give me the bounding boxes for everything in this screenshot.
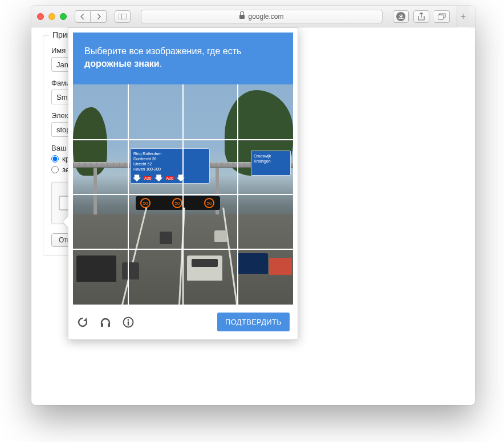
svg-rect-8 xyxy=(128,321,129,325)
sidebar-toggle-button[interactable] xyxy=(115,10,131,23)
close-window-button[interactable] xyxy=(37,13,44,20)
maximize-window-button[interactable] xyxy=(60,13,67,20)
back-button[interactable] xyxy=(75,10,91,23)
captcha-image-grid: Ring Rotterdam Dordrecht 26 Utrecht 52 H… xyxy=(73,84,293,305)
captcha-tile-7[interactable] xyxy=(183,140,238,195)
tabs-icon xyxy=(438,13,446,20)
svg-point-7 xyxy=(128,319,129,321)
captcha-tile-16[interactable] xyxy=(238,250,294,305)
browser-window: google.com + Пример формы с ReCAPTCHA Им… xyxy=(31,6,475,405)
captcha-tile-3[interactable] xyxy=(183,84,238,140)
captcha-instruction: Выберите все изображения, где есть дорож… xyxy=(73,33,293,84)
info-icon xyxy=(122,316,135,329)
refresh-icon xyxy=(76,316,89,329)
captcha-footer-icons xyxy=(76,316,135,329)
downloads-button[interactable] xyxy=(393,10,409,23)
svg-rect-4 xyxy=(101,323,103,327)
share-icon xyxy=(418,13,425,21)
captcha-tile-12[interactable] xyxy=(238,194,294,250)
headphones-icon xyxy=(99,316,112,329)
captcha-cells xyxy=(73,84,293,305)
captcha-speech-arrow xyxy=(63,216,68,228)
captcha-target-text: дорожные знаки xyxy=(84,59,160,68)
audio-challenge-button[interactable] xyxy=(99,316,112,329)
reload-challenge-button[interactable] xyxy=(76,316,89,329)
captcha-tile-9[interactable] xyxy=(73,194,128,250)
share-button[interactable] xyxy=(413,10,429,23)
radio-red[interactable] xyxy=(51,155,59,163)
captcha-footer: ПОДТВЕРДИТЬ xyxy=(73,305,293,335)
captcha-tile-11[interactable] xyxy=(183,194,238,250)
captcha-tile-15[interactable] xyxy=(183,250,238,305)
download-icon xyxy=(396,12,405,21)
captcha-tile-8[interactable] xyxy=(238,140,294,195)
nav-buttons xyxy=(75,10,107,23)
new-tab-button[interactable]: + xyxy=(457,6,469,27)
minimize-window-button[interactable] xyxy=(48,13,55,20)
captcha-tile-14[interactable] xyxy=(128,250,184,305)
svg-rect-5 xyxy=(108,323,110,327)
lock-icon xyxy=(239,13,245,19)
tabs-overview-button[interactable] xyxy=(434,10,450,23)
toolbar-right xyxy=(393,10,450,23)
titlebar: google.com + xyxy=(31,6,475,27)
url-host-label: google.com xyxy=(248,13,283,21)
captcha-tile-5[interactable] xyxy=(73,140,128,195)
radio-green[interactable] xyxy=(51,166,59,173)
captcha-tile-6[interactable] xyxy=(128,140,184,195)
page-content: Пример формы с ReCAPTCHA Имя Фамилия Эле… xyxy=(31,27,475,405)
verify-button[interactable]: ПОДТВЕРДИТЬ xyxy=(217,313,290,331)
captcha-tile-10[interactable] xyxy=(128,194,184,250)
forward-button[interactable] xyxy=(91,10,107,23)
svg-rect-0 xyxy=(119,14,127,19)
captcha-challenge: Выберите все изображения, где есть дорож… xyxy=(68,27,298,340)
window-controls xyxy=(37,13,67,20)
captcha-tile-2[interactable] xyxy=(128,84,184,140)
address-bar[interactable]: google.com xyxy=(141,10,383,23)
captcha-tile-1[interactable] xyxy=(73,84,128,140)
captcha-tile-4[interactable] xyxy=(238,84,294,140)
captcha-prompt-text: Выберите все изображения, где есть xyxy=(84,46,241,56)
info-button[interactable] xyxy=(122,316,135,329)
captcha-tile-13[interactable] xyxy=(73,250,128,305)
svg-rect-3 xyxy=(438,15,444,19)
